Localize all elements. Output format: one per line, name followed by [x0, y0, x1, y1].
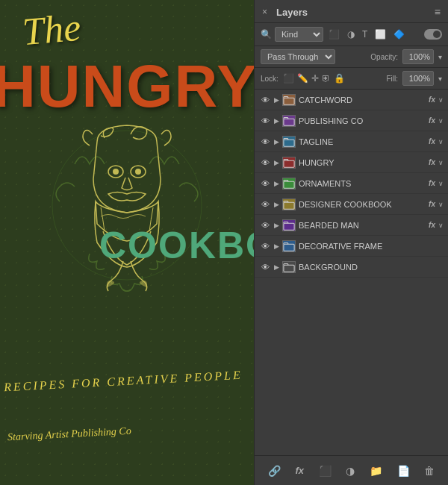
layer-fx-chevron-catchword[interactable]: ∨ [438, 96, 444, 104]
cover-title-the: The [21, 5, 83, 54]
opacity-input[interactable] [402, 49, 434, 64]
svg-point-3 [113, 169, 119, 175]
lock-all-icon[interactable]: 🔒 [334, 73, 345, 84]
layer-visibility-catchword[interactable]: 👁 [259, 94, 271, 106]
layer-item-publishing-co[interactable]: 👁▶PUBLISHING COfx∨ [255, 110, 448, 131]
opacity-chevron-icon[interactable]: ▾ [438, 53, 442, 61]
filter-type-icon[interactable]: T [360, 28, 370, 40]
layer-name-decorative-frame: DECORATIVE FRAME [299, 242, 444, 251]
layer-name-tagline: TAGLINE [299, 137, 426, 146]
lock-image-icon[interactable]: ✏️ [297, 73, 308, 84]
layer-expand-ornaments[interactable]: ▶ [274, 180, 279, 187]
filter-toggle[interactable] [424, 29, 442, 40]
layer-fx-badge-catchword: fx [429, 96, 435, 104]
layer-thumbnail-decorative-frame [282, 240, 296, 252]
layer-expand-tagline[interactable]: ▶ [274, 138, 279, 146]
layer-fx-chevron-ornaments[interactable]: ∨ [438, 180, 444, 187]
layer-expand-publishing-co[interactable]: ▶ [274, 117, 279, 125]
svg-rect-12 [284, 244, 294, 251]
layer-name-background: BACKGROUND [299, 263, 444, 272]
blend-mode-select[interactable]: Pass Through Normal Multiply Screen Over… [261, 49, 335, 64]
layer-visibility-decorative-frame[interactable]: 👁 [259, 240, 271, 252]
layer-fx-badge-hungry: fx [429, 158, 435, 166]
layer-thumbnail-background [282, 261, 296, 273]
layer-item-designer-cookbook[interactable]: 👁▶DESIGNER COOKBOOKfx∨ [255, 194, 448, 215]
layer-expand-background[interactable]: ▶ [274, 263, 279, 271]
panel-menu-icon[interactable]: ≡ [435, 6, 441, 18]
panel-close-icon[interactable]: × [262, 7, 267, 17]
svg-rect-5 [284, 98, 294, 104]
layer-item-tagline[interactable]: 👁▶TAGLINEfx∨ [255, 131, 448, 152]
layer-thumbnail-bearded-man [282, 219, 296, 231]
layer-visibility-hungry[interactable]: 👁 [259, 157, 271, 169]
layer-thumbnail-ornaments [282, 178, 296, 190]
layer-fx-chevron-tagline[interactable]: ∨ [438, 138, 444, 146]
layer-fx-chevron-hungry[interactable]: ∨ [438, 159, 444, 166]
fill-chevron-icon[interactable]: ▾ [438, 75, 442, 83]
layer-thumbnail-designer-cookbook [282, 198, 296, 210]
lock-position-icon[interactable]: ✛ [311, 73, 319, 84]
layer-fx-chevron-designer-cookbook[interactable]: ∨ [438, 201, 444, 208]
layer-visibility-background[interactable]: 👁 [259, 261, 271, 273]
add-layer-style-button[interactable]: fx [290, 462, 308, 479]
layer-fx-badge-bearded-man: fx [429, 221, 435, 229]
layer-expand-designer-cookbook[interactable]: ▶ [274, 201, 279, 208]
filter-pixel-icon[interactable]: ⬛ [326, 28, 342, 40]
layer-fx-badge-publishing-co: fx [429, 116, 435, 125]
layer-expand-decorative-frame[interactable]: ▶ [274, 242, 279, 250]
layer-expand-catchword[interactable]: ▶ [274, 96, 279, 104]
layer-name-designer-cookbook: DESIGNER COOKBOOK [299, 200, 426, 209]
add-mask-button[interactable]: ⬛ [314, 462, 336, 480]
svg-rect-11 [284, 223, 294, 230]
link-layers-button[interactable]: 🔗 [264, 462, 285, 480]
layer-name-catchword: CATCHWORD [299, 96, 426, 104]
layer-fx-badge-tagline: fx [429, 137, 435, 146]
filter-row: 🔍 Kind Name Effect Mode ⬛ ◑ T ⬜ 🔷 [255, 23, 448, 46]
lock-label: Lock: [261, 75, 279, 83]
panel-header-left: × Layers [262, 7, 308, 18]
cover-title-hungry: HUNGRY [0, 52, 254, 121]
filter-shape-icon[interactable]: ⬜ [373, 28, 388, 40]
layer-visibility-designer-cookbook[interactable]: 👁 [259, 198, 271, 210]
filter-adjust-icon[interactable]: ◑ [345, 28, 357, 40]
svg-rect-9 [284, 181, 294, 188]
layer-thumbnail-catchword [282, 94, 296, 106]
layer-expand-bearded-man[interactable]: ▶ [274, 222, 279, 229]
layer-item-ornaments[interactable]: 👁▶ORNAMENTSfx∨ [255, 173, 448, 194]
fill-input[interactable] [402, 71, 434, 86]
layer-visibility-bearded-man[interactable]: 👁 [259, 219, 271, 231]
lock-artboard-icon[interactable]: ⛨ [322, 73, 331, 84]
layer-item-hungry[interactable]: 👁▶HUNGRYfx∨ [255, 152, 448, 173]
layer-expand-hungry[interactable]: ▶ [274, 159, 279, 166]
layer-name-publishing-co: PUBLISHING CO [299, 116, 426, 125]
svg-rect-6 [284, 119, 294, 125]
panel-header: × Layers ≡ [255, 0, 448, 23]
layer-fx-chevron-bearded-man[interactable]: ∨ [438, 222, 444, 229]
layer-item-background[interactable]: 👁▶BACKGROUND [255, 257, 448, 278]
new-adjustment-button[interactable]: ◑ [341, 462, 359, 480]
layer-fx-chevron-publishing-co[interactable]: ∨ [438, 117, 444, 125]
filter-kind-select[interactable]: Kind Name Effect Mode [275, 27, 323, 42]
new-group-button[interactable]: 📁 [365, 462, 387, 480]
layer-visibility-tagline[interactable]: 👁 [259, 136, 271, 148]
layer-item-bearded-man[interactable]: 👁▶BEARDED MANfx∨ [255, 215, 448, 236]
layer-item-catchword[interactable]: 👁▶CATCHWORDfx∨ [255, 90, 448, 110]
filter-search-icon: 🔍 [261, 29, 272, 40]
cover-title-cookbook: COOKBO [99, 224, 254, 267]
lock-transparent-icon[interactable]: ⬛ [283, 73, 294, 84]
delete-layer-button[interactable]: 🗑 [420, 462, 439, 480]
layer-visibility-publishing-co[interactable]: 👁 [259, 115, 271, 127]
new-layer-button[interactable]: 📄 [393, 462, 414, 480]
svg-rect-7 [284, 140, 294, 146]
layer-fx-badge-designer-cookbook: fx [429, 200, 435, 208]
bearded-man-illustration [15, 104, 239, 306]
layer-name-bearded-man: BEARDED MAN [299, 221, 426, 230]
filter-smart-icon[interactable]: 🔷 [391, 28, 407, 40]
svg-rect-10 [284, 202, 294, 209]
layer-thumbnail-tagline [282, 136, 296, 148]
blend-mode-row: Pass Through Normal Multiply Screen Over… [255, 46, 448, 68]
layer-item-decorative-frame[interactable]: 👁▶DECORATIVE FRAME [255, 236, 448, 257]
layer-name-hungry: HUNGRY [299, 158, 426, 167]
layer-visibility-ornaments[interactable]: 👁 [259, 178, 271, 190]
canvas-area: The HUNGRY COOKBO RECIPES FOR CREATIVE P… [0, 0, 254, 485]
